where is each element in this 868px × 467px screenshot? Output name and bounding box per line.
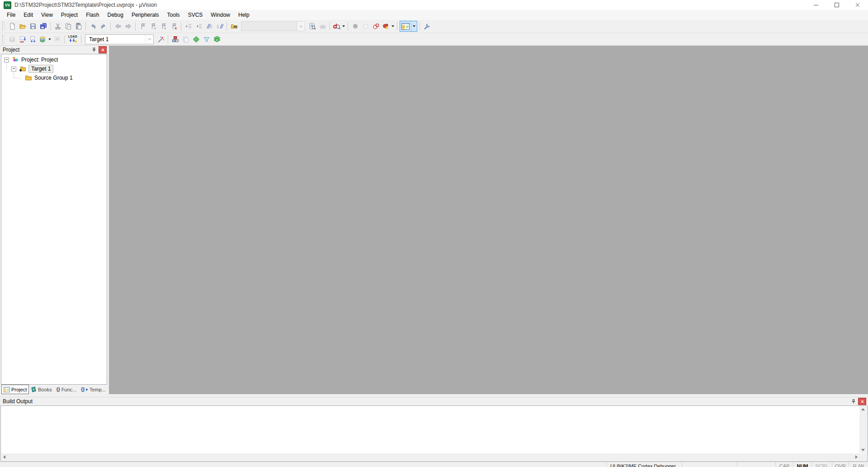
indent-left-button[interactable] [193, 21, 204, 31]
search-combobox[interactable] [241, 21, 305, 31]
build-output-pin-button[interactable] [850, 398, 857, 405]
navigate-forward-button[interactable] [123, 21, 133, 31]
enable-disable-breakpoint-button[interactable] [360, 21, 371, 31]
build-button[interactable] [17, 34, 28, 44]
save-button[interactable] [28, 21, 38, 31]
navigate-back-button[interactable] [113, 21, 123, 31]
workspace: Project Project: Project [0, 46, 868, 394]
menu-help[interactable]: Help [234, 10, 254, 19]
tab-label: Func... [61, 387, 77, 392]
tab-templates[interactable]: {} Temp... [79, 385, 108, 394]
tab-books[interactable]: Books [29, 385, 54, 394]
toolbar-grip[interactable] [2, 35, 5, 44]
target-select-dropdown-button[interactable] [145, 35, 153, 44]
build-output-close-button[interactable] [858, 398, 866, 405]
restore-button[interactable] [826, 0, 847, 10]
menu-edit[interactable]: Edit [19, 10, 37, 19]
scroll-left-icon[interactable] [3, 455, 5, 459]
copy-button[interactable] [63, 21, 73, 31]
pack-installer-icon [213, 36, 221, 43]
magic-wand-icon [157, 36, 165, 43]
toolbar-separator [397, 22, 397, 30]
rebuild-all-button[interactable] [28, 34, 38, 44]
cut-icon [54, 23, 61, 30]
build-icon [19, 36, 26, 43]
tree-item-target[interactable]: Target 1 [1, 64, 107, 73]
kill-all-breakpoints-button[interactable] [381, 21, 390, 31]
scroll-down-icon[interactable] [861, 449, 865, 451]
save-all-button[interactable] [38, 21, 48, 31]
toolbar-grip[interactable] [2, 22, 5, 31]
window-layout-button[interactable] [400, 21, 417, 32]
search-dropdown-button[interactable] [297, 22, 305, 31]
redo-button[interactable] [98, 21, 108, 31]
collapse-icon[interactable] [11, 67, 16, 71]
close-button[interactable] [847, 0, 868, 10]
uncomment-icon [216, 23, 223, 30]
menu-svcs[interactable]: SVCS [184, 10, 207, 19]
collapse-icon[interactable] [4, 57, 9, 62]
translate-icon [9, 36, 16, 43]
menu-tools[interactable]: Tools [163, 10, 184, 19]
project-panel-title: Project [3, 47, 90, 53]
start-stop-debug-button[interactable] [332, 21, 341, 31]
find-in-files-folder-button[interactable] [229, 21, 239, 31]
next-bookmark-button[interactable] [158, 21, 169, 31]
paste-button[interactable] [73, 21, 84, 31]
cut-button[interactable] [52, 21, 63, 31]
menu-project[interactable]: Project [57, 10, 82, 19]
folder-icon [25, 74, 32, 81]
open-file-button[interactable] [17, 21, 28, 31]
tab-functions[interactable]: {} Func... [55, 385, 78, 394]
select-software-packs-button[interactable] [201, 34, 212, 44]
status-empty-segment [737, 462, 775, 467]
pack-installer-button[interactable] [212, 34, 222, 44]
target-select-combobox[interactable]: Target 1 [85, 34, 154, 44]
new-file-button[interactable] [7, 21, 17, 31]
manage-project-items-button[interactable] [170, 34, 180, 44]
find-in-files-button[interactable] [307, 21, 317, 31]
stop-build-button[interactable] [52, 34, 62, 44]
vertical-scrollbar[interactable] [859, 406, 867, 453]
horizontal-scrollbar[interactable] [1, 453, 859, 461]
debug-dropdown-button[interactable] [341, 21, 346, 31]
tree-item-project-root[interactable]: Project: Project [1, 55, 107, 64]
project-close-button[interactable] [99, 46, 107, 53]
scroll-up-icon[interactable] [861, 408, 865, 410]
incremental-find-button[interactable] [317, 21, 328, 31]
configure-tools-button[interactable] [422, 21, 432, 31]
menu-peripherals[interactable]: Peripherals [127, 10, 163, 19]
open-folder-icon [19, 23, 26, 30]
clear-bookmarks-button[interactable] [169, 21, 179, 31]
indent-right-button[interactable] [183, 21, 193, 31]
comment-selection-button[interactable] [204, 21, 214, 31]
window-layout-dropdown-button[interactable] [411, 21, 417, 31]
menu-file[interactable]: File [3, 10, 19, 19]
minimize-button[interactable] [806, 0, 826, 10]
manage-run-time-environment-button[interactable] [191, 34, 201, 44]
build-output-content[interactable] [0, 405, 868, 462]
menu-window[interactable]: Window [207, 10, 234, 19]
toggle-bookmark-button[interactable] [137, 21, 148, 31]
undo-button[interactable] [88, 21, 98, 31]
batch-build-dropdown-button[interactable] [47, 34, 52, 44]
scroll-right-icon[interactable] [855, 455, 858, 459]
options-for-target-button[interactable] [156, 34, 166, 44]
folder-search-icon [231, 23, 238, 30]
disable-all-breakpoints-button[interactable] [371, 21, 381, 31]
previous-bookmark-button[interactable] [148, 21, 158, 31]
uncomment-selection-button[interactable] [214, 21, 225, 31]
menu-flash[interactable]: Flash [82, 10, 103, 19]
translate-button[interactable] [7, 34, 17, 44]
breakpoints-dropdown-button[interactable] [390, 21, 395, 31]
download-button[interactable]: LOAD [66, 34, 79, 44]
manage-books-button[interactable] [180, 34, 191, 44]
toolbar-separator [420, 22, 420, 30]
menu-debug[interactable]: Debug [104, 10, 127, 19]
menu-view[interactable]: View [37, 10, 57, 19]
project-pin-button[interactable] [90, 47, 97, 53]
batch-build-button[interactable] [38, 34, 47, 44]
tab-project[interactable]: Project [1, 385, 29, 394]
pages-disabled-icon [182, 36, 189, 43]
insert-breakpoint-button[interactable] [350, 21, 360, 31]
